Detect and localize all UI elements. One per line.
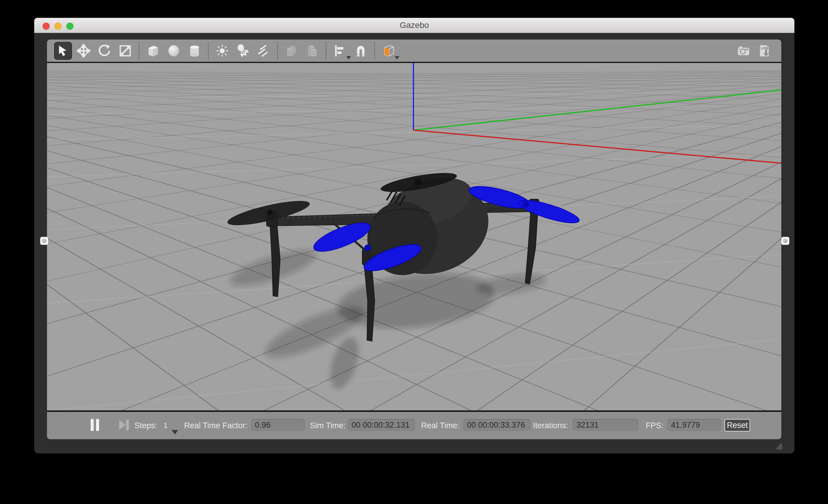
pause-icon bbox=[90, 418, 100, 431]
steps-label: Steps: bbox=[134, 420, 157, 431]
gazebo-window: Gazebo bbox=[34, 18, 794, 454]
move-arrows-icon bbox=[77, 44, 90, 58]
chevron-down-icon bbox=[345, 55, 351, 60]
scene-canvas bbox=[47, 63, 781, 410]
scale-arrows-icon bbox=[118, 44, 132, 58]
svg-text:LOG: LOG bbox=[761, 46, 769, 50]
window-title: Gazebo bbox=[34, 18, 794, 33]
box-icon bbox=[146, 44, 160, 58]
copy-icon bbox=[285, 44, 298, 58]
splitter-grip-icon bbox=[42, 239, 46, 243]
toolbar-separator bbox=[208, 42, 209, 59]
align-icon bbox=[333, 44, 347, 58]
steps-value: 1 bbox=[164, 420, 167, 431]
rotate-arrows-icon bbox=[97, 44, 111, 58]
left-panel-splitter-handle[interactable] bbox=[40, 237, 48, 245]
rtf-label: Real Time Factor: bbox=[184, 420, 247, 431]
sphere-icon bbox=[167, 44, 180, 58]
cylinder-icon bbox=[188, 44, 201, 58]
titlebar: Gazebo bbox=[34, 18, 794, 33]
directional-light-icon bbox=[257, 44, 271, 58]
main-toolbar: LOG bbox=[47, 40, 781, 62]
sim-time-label: Sim Time: bbox=[310, 420, 345, 431]
view-angle-button[interactable] bbox=[379, 41, 398, 60]
magnet-icon bbox=[354, 44, 368, 58]
insert-cylinder-button[interactable] bbox=[185, 41, 204, 60]
toolbar-separator bbox=[138, 42, 139, 59]
toolbar-separator bbox=[277, 42, 278, 59]
view-cube-icon bbox=[381, 44, 396, 58]
rotate-tool-button[interactable] bbox=[95, 41, 114, 60]
fps-value-field: 41.9779 bbox=[667, 419, 721, 431]
log-download-icon: LOG bbox=[757, 44, 771, 58]
steps-dropdown-icon[interactable] bbox=[171, 429, 179, 435]
paste-button[interactable] bbox=[303, 41, 322, 60]
directional-light-button[interactable] bbox=[255, 41, 273, 60]
right-panel-splitter-handle[interactable] bbox=[781, 237, 789, 245]
align-button[interactable] bbox=[331, 41, 349, 60]
insert-sphere-button[interactable] bbox=[164, 41, 183, 60]
rtf-value-field: 0.96 bbox=[251, 419, 305, 431]
fps-label: FPS: bbox=[646, 420, 664, 431]
real-time-label: Real Time: bbox=[421, 420, 459, 431]
arrow-cursor-icon bbox=[56, 44, 70, 58]
snap-button[interactable] bbox=[351, 41, 370, 60]
copy-button[interactable] bbox=[282, 41, 301, 60]
chevron-down-icon bbox=[394, 55, 400, 60]
paste-icon bbox=[305, 44, 319, 58]
iterations-label: Iterations: bbox=[533, 420, 568, 431]
step-button[interactable] bbox=[119, 418, 129, 432]
toolbar-separator bbox=[374, 42, 375, 59]
render-viewport[interactable] bbox=[47, 63, 781, 410]
translate-tool-button[interactable] bbox=[74, 41, 93, 60]
point-light-button[interactable] bbox=[213, 41, 232, 60]
camera-icon bbox=[737, 44, 750, 58]
sim-time-value-field: 00 00:00:32.131 bbox=[348, 419, 415, 431]
splitter-grip-icon bbox=[783, 239, 788, 243]
desktop: { "window": { "title": "Gazebo" }, "titl… bbox=[0, 0, 828, 504]
insert-box-button[interactable] bbox=[143, 41, 162, 60]
real-time-value-field: 00 00:00:33.376 bbox=[463, 419, 530, 431]
spotlight-icon bbox=[236, 44, 250, 58]
simulation-statusbar: Steps: 1 Real Time Factor: 0.96 Sim Time… bbox=[47, 412, 781, 439]
spot-light-button[interactable] bbox=[234, 41, 252, 60]
sun-icon bbox=[215, 44, 229, 58]
screenshot-button[interactable] bbox=[734, 41, 753, 60]
toolbar-separator bbox=[326, 42, 327, 59]
iterations-value-field: 32131 bbox=[573, 419, 638, 431]
reset-button[interactable]: Reset bbox=[724, 419, 750, 431]
log-record-button[interactable]: LOG bbox=[755, 41, 774, 60]
scale-tool-button[interactable] bbox=[116, 41, 134, 60]
select-tool-button[interactable] bbox=[54, 42, 72, 60]
window-resize-grip[interactable] bbox=[772, 441, 783, 451]
step-forward-icon bbox=[119, 418, 129, 431]
pause-button[interactable] bbox=[90, 418, 100, 432]
